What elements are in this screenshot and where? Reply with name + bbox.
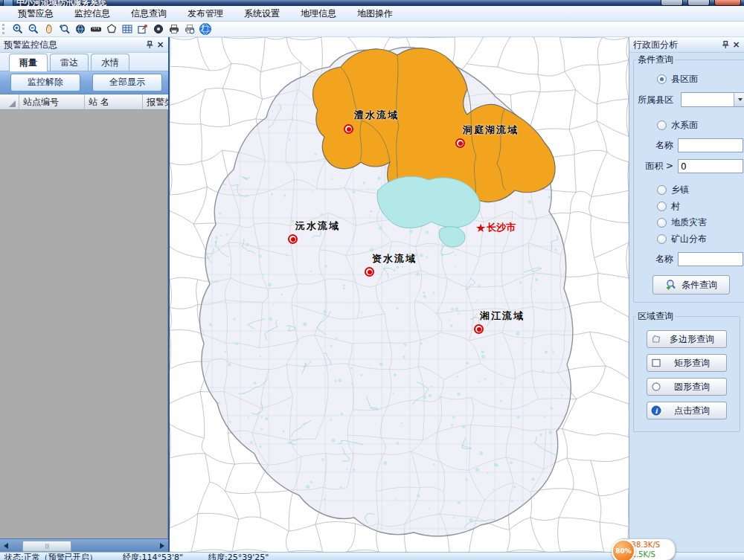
pan-button[interactable]	[41, 22, 57, 36]
internet-map-button[interactable]	[197, 22, 213, 36]
geohazard-radio-icon[interactable]	[657, 218, 667, 228]
analysis-panel-body: 条件查询 县区面 所属县区 水系面 名称	[629, 53, 744, 552]
print-button[interactable]	[166, 22, 182, 36]
condition-query-button[interactable]: 条件查询	[652, 275, 730, 295]
region-query-label: 区域查询	[636, 310, 675, 323]
station-marker-dongting[interactable]	[455, 138, 465, 148]
table-grid-icon	[121, 23, 133, 35]
show-all-button[interactable]: 全部显示	[92, 74, 162, 91]
station-marker-xiangjiang[interactable]	[474, 324, 484, 334]
name2-label: 名称	[636, 253, 678, 265]
app-icon	[3, 0, 13, 6]
circle-query-button[interactable]: 圆形查询	[647, 378, 727, 396]
scroll-track[interactable]	[12, 540, 156, 551]
county-radio-row[interactable]: 县区面	[657, 73, 744, 86]
warning-panel-header: 预警监控信息 ×	[0, 37, 168, 53]
mine-radio-row[interactable]: 矿山分布	[657, 233, 744, 245]
release-monitor-button[interactable]: 监控解除	[10, 74, 80, 91]
select-polygon-button[interactable]	[103, 22, 119, 36]
print-preview-button[interactable]	[182, 22, 197, 36]
area-input[interactable]	[678, 159, 743, 173]
station-grid-header: 站点编号 站 名 报警类别	[0, 94, 168, 110]
monitor-button-row: 监控解除 全部显示	[0, 71, 168, 94]
station-grid-body[interactable]	[0, 110, 168, 538]
analysis-panel-title: 行政面分析	[633, 39, 719, 51]
menu-item-system-settings[interactable]: 系统设置	[234, 6, 290, 21]
measure-button[interactable]	[88, 22, 103, 36]
county-select-label: 所属县区	[636, 94, 681, 106]
mine-radio-icon[interactable]	[657, 234, 667, 244]
column-station-id[interactable]: 站点编号	[19, 94, 85, 109]
grid-hscrollbar[interactable]	[0, 538, 168, 552]
area-label: 面积 >	[636, 160, 678, 173]
select-all-cell[interactable]	[0, 94, 19, 109]
county-radio-icon[interactable]	[657, 74, 667, 84]
village-radio-icon[interactable]	[657, 202, 667, 211]
zoom-previous-button[interactable]	[57, 22, 72, 36]
toolbar-grip	[2, 24, 7, 34]
scroll-right-arrow[interactable]	[156, 540, 168, 552]
menu-item-monitor-info[interactable]: 监控信息	[64, 6, 121, 21]
polygon-select-icon	[106, 23, 118, 35]
minimize-button[interactable]	[661, 0, 683, 6]
menu-item-publish-mgmt[interactable]: 发布管理	[177, 6, 234, 21]
name-input[interactable]	[678, 138, 743, 152]
tab-radar[interactable]: 雷达	[50, 54, 89, 71]
water-radio-row[interactable]: 水系面	[657, 119, 744, 132]
name2-field-row: 名称	[636, 252, 744, 266]
scroll-thumb[interactable]	[22, 541, 71, 552]
pin-icon[interactable]	[719, 39, 731, 51]
analysis-panel-header: 行政面分析 ×	[629, 37, 744, 53]
maximize-button[interactable]	[687, 0, 710, 6]
town-radio-row[interactable]: 乡镇	[657, 184, 744, 196]
column-alarm-type[interactable]: 报警类别	[143, 94, 168, 109]
town-radio-icon[interactable]	[657, 185, 667, 195]
tab-water-level[interactable]: 水情	[91, 54, 129, 71]
map-canvas[interactable]	[170, 37, 629, 552]
menu-item-info-query[interactable]: 信息查询	[121, 6, 177, 21]
full-extent-button[interactable]	[72, 22, 88, 36]
window-title: 中小河流域防汛服务系统	[16, 0, 106, 6]
title-bar: 中小河流域防汛服务系统	[0, 0, 744, 6]
export-map-button[interactable]	[135, 22, 150, 36]
polygon-query-button[interactable]: 多边形查询	[647, 330, 727, 348]
chevron-down-icon[interactable]	[734, 93, 744, 106]
menu-item-warning-emergency[interactable]: 预警应急	[7, 6, 64, 21]
tab-rainfall[interactable]: 雨量	[9, 54, 48, 71]
zoom-previous-icon	[59, 23, 71, 35]
warning-panel-title: 预警监控信息	[4, 39, 144, 51]
map-area[interactable]: 澧水流域 洞庭湖流域 沅水流域 资水流域 湘江流域 ★ 长沙市	[170, 37, 629, 552]
eagle-eye-button[interactable]	[150, 22, 166, 36]
eagle-eye-icon	[153, 23, 164, 35]
geohazard-radio-row[interactable]: 地质灾害	[657, 216, 744, 229]
scroll-left-arrow[interactable]	[0, 540, 12, 552]
click-query-button[interactable]: i 点击查询	[647, 402, 727, 419]
zoom-out-button[interactable]	[25, 22, 41, 36]
city-star-icon: ★	[475, 223, 486, 233]
longitude-readout: 经度:114°53'8"	[123, 552, 183, 560]
close-panel-icon[interactable]: ×	[155, 39, 166, 51]
station-marker-zishui[interactable]	[365, 267, 374, 277]
polygon-icon	[651, 334, 661, 344]
station-marker-yuanshui[interactable]	[288, 234, 298, 244]
menu-item-map-operations[interactable]: 地图操作	[347, 6, 403, 21]
county-select[interactable]	[681, 92, 744, 107]
zoom-out-icon	[28, 23, 39, 35]
name2-input[interactable]	[678, 252, 743, 266]
net-percent-badge[interactable]: 80%	[612, 539, 635, 560]
menu-item-geo-info[interactable]: 地理信息	[290, 6, 347, 21]
close-button[interactable]	[714, 0, 741, 6]
pin-icon[interactable]	[144, 39, 155, 51]
zoom-in-button[interactable]	[10, 22, 25, 36]
station-marker-lishui[interactable]	[344, 124, 353, 134]
close-panel-icon[interactable]: ×	[731, 39, 742, 51]
column-station-name[interactable]: 站 名	[85, 94, 143, 109]
attribute-table-button[interactable]	[119, 22, 135, 36]
region-query-group: 区域查询 多边形查询 矩形查询 圆形查询 i	[633, 310, 740, 432]
village-radio-row[interactable]: 村	[657, 200, 744, 213]
upload-speed: 38.3K/S	[632, 541, 661, 549]
rectangle-query-button[interactable]: 矩形查询	[647, 354, 727, 372]
water-radio-icon[interactable]	[657, 120, 667, 130]
print-preview-icon	[184, 23, 196, 35]
blue-globe-icon	[199, 22, 212, 36]
